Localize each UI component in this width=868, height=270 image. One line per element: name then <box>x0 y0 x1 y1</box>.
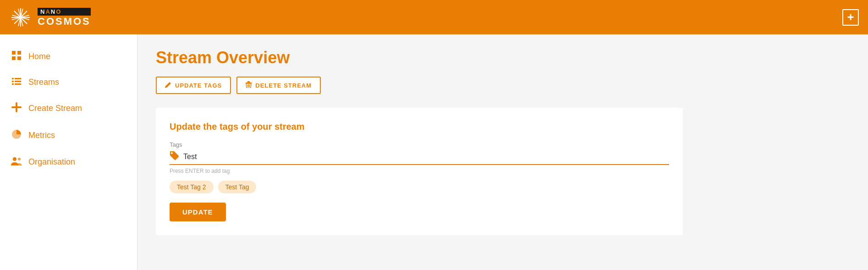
topbar: nano COSMOS + <box>0 0 868 34</box>
logo-cosmos: COSMOS <box>38 17 91 27</box>
delete-stream-button[interactable]: DELETE STREAM <box>236 77 321 94</box>
sidebar-item-organisation[interactable]: Organisation <box>0 149 137 175</box>
delete-stream-label: DELETE STREAM <box>255 82 312 89</box>
svg-point-27 <box>171 152 173 154</box>
update-button[interactable]: UPDATE <box>170 203 226 221</box>
starburst-icon <box>9 6 32 29</box>
svg-rect-10 <box>12 56 16 60</box>
users-icon <box>11 156 22 168</box>
tag-input[interactable] <box>183 153 669 161</box>
tags-row: Test Tag 2 Test Tag <box>170 181 669 193</box>
svg-rect-15 <box>15 81 21 82</box>
update-tags-label: UPDATE TAGS <box>175 82 222 89</box>
list-icon <box>11 77 22 88</box>
tag-chip-1: Test Tag 2 <box>170 181 214 193</box>
sidebar-item-home[interactable]: Home <box>0 44 137 70</box>
svg-rect-14 <box>12 81 14 82</box>
svg-rect-8 <box>12 51 16 55</box>
grid-icon <box>11 51 22 62</box>
sidebar-item-organisation-label: Organisation <box>28 157 75 167</box>
sidebar-item-create-stream[interactable]: Create Stream <box>0 95 137 122</box>
svg-rect-11 <box>17 56 21 60</box>
svg-rect-16 <box>12 83 14 85</box>
sidebar-item-home-label: Home <box>28 52 50 61</box>
topbar-add-button[interactable]: + <box>842 9 859 26</box>
logo-area: nano COSMOS <box>9 6 91 29</box>
sidebar-item-metrics-label: Metrics <box>28 131 55 140</box>
form-section-title: Update the tags of your stream <box>170 121 669 132</box>
sidebar-item-create-stream-label: Create Stream <box>28 104 82 113</box>
tag-input-row <box>170 151 669 165</box>
plus-circle-icon <box>11 102 22 115</box>
main-layout: Home Streams Cre <box>0 34 868 270</box>
svg-rect-12 <box>12 78 14 79</box>
sidebar-item-metrics[interactable]: Metrics <box>0 122 137 149</box>
svg-point-21 <box>18 158 21 160</box>
logo-text-block: nano COSMOS <box>38 8 91 27</box>
toolbar: UPDATE TAGS DELETE STREAM <box>156 77 850 94</box>
pencil-icon <box>165 82 171 89</box>
svg-rect-17 <box>15 83 21 85</box>
sidebar: Home Streams Cre <box>0 34 137 270</box>
page-title: Stream Overview <box>156 48 850 67</box>
pie-icon <box>11 129 22 142</box>
svg-rect-9 <box>17 51 21 55</box>
update-tags-button[interactable]: UPDATE TAGS <box>156 77 231 94</box>
tag-chip-2: Test Tag <box>218 181 257 193</box>
trash-icon <box>246 81 252 89</box>
sidebar-item-streams[interactable]: Streams <box>0 70 137 95</box>
svg-rect-13 <box>15 78 21 79</box>
hint-text: Press ENTER to add tag <box>170 168 669 174</box>
svg-rect-23 <box>247 81 250 83</box>
svg-rect-19 <box>16 102 17 112</box>
logo-nano: nano <box>38 8 91 16</box>
sidebar-item-streams-label: Streams <box>28 77 59 87</box>
main-content: Stream Overview UPDATE TAGS <box>137 34 868 270</box>
svg-point-20 <box>13 157 16 161</box>
tag-icon <box>170 151 179 162</box>
tags-field-label: Tags <box>170 141 669 148</box>
form-panel: Update the tags of your stream Tags Pres… <box>156 108 683 235</box>
